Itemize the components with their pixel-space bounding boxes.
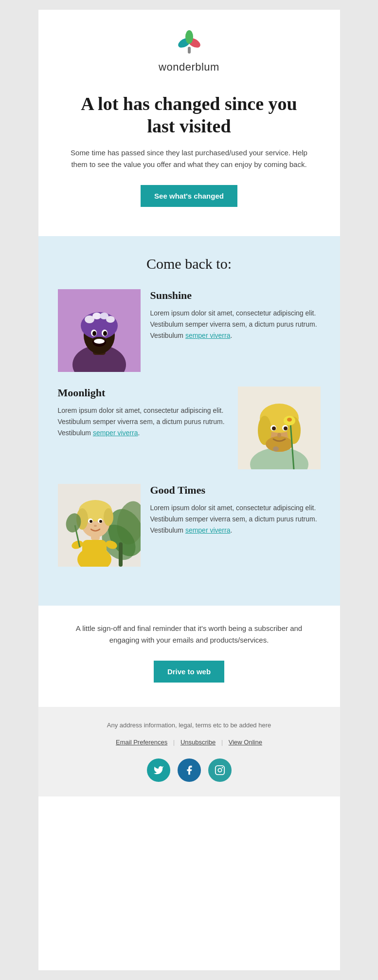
- svg-point-20: [94, 339, 105, 344]
- svg-point-2: [185, 30, 193, 44]
- svg-point-37: [287, 418, 292, 422]
- svg-point-58: [94, 525, 97, 527]
- footer-separator-2: |: [221, 739, 223, 746]
- come-back-section: Come back to:: [38, 236, 340, 606]
- svg-rect-44: [119, 542, 123, 567]
- svg-point-29: [266, 436, 293, 452]
- moonlight-image: [238, 387, 321, 469]
- good-times-title: Good Times: [150, 484, 321, 497]
- facebook-button[interactable]: [178, 758, 201, 782]
- hero-section: A lot has changed since you last visited…: [38, 88, 340, 222]
- svg-rect-61: [215, 766, 224, 775]
- signoff-section: A little sign-off and final reminder tha…: [38, 606, 340, 687]
- footer-separator-1: |: [173, 739, 175, 746]
- feature-row-moonlight: Moonlight Lorem ipsum dolor sit amet, co…: [58, 387, 321, 469]
- moonlight-title: Moonlight: [58, 387, 228, 399]
- good-times-link[interactable]: semper viverra: [185, 526, 231, 534]
- svg-point-17: [103, 331, 107, 336]
- instagram-button[interactable]: [208, 758, 232, 782]
- come-back-title: Come back to:: [58, 256, 321, 272]
- svg-point-34: [277, 433, 281, 438]
- svg-point-62: [218, 769, 221, 772]
- sunshine-title: Sunshine: [150, 289, 321, 302]
- svg-point-38: [273, 446, 279, 451]
- footer-address: Any address information, legal, terms et…: [58, 721, 321, 729]
- view-online-link[interactable]: View Online: [229, 739, 262, 746]
- feature-row-sunshine: Sunshine Lorem ipsum dolor sit amet, con…: [58, 289, 321, 372]
- drive-to-web-button[interactable]: Drive to web: [154, 661, 224, 683]
- good-times-content: Good Times Lorem ipsum dolor sit amet, c…: [150, 484, 321, 536]
- feature-row-good-times: Good Times Lorem ipsum dolor sit amet, c…: [58, 484, 321, 567]
- twitter-icon: [153, 765, 164, 776]
- signoff-text: A little sign-off and final reminder tha…: [68, 623, 311, 646]
- footer-links: Email Preferences | Unsubscribe | View O…: [58, 738, 321, 746]
- good-times-image: [58, 484, 141, 567]
- good-times-body: Lorem ipsum dolor sit amet, consectetur …: [150, 502, 321, 536]
- email-footer: Any address information, legal, terms et…: [38, 707, 340, 796]
- social-icons-container: [58, 758, 321, 782]
- moonlight-content: Moonlight Lorem ipsum dolor sit amet, co…: [58, 387, 228, 439]
- svg-point-63: [221, 767, 223, 769]
- svg-point-16: [92, 331, 96, 336]
- email-header: wonderblum: [38, 10, 340, 88]
- unsubscribe-link[interactable]: Unsubscribe: [180, 739, 216, 746]
- moonlight-body: Lorem ipsum dolor sit amet, consectetur …: [58, 405, 228, 439]
- twitter-button[interactable]: [147, 758, 170, 782]
- svg-point-32: [272, 426, 276, 430]
- svg-point-57: [99, 520, 102, 523]
- brand-name: wonderblum: [58, 61, 321, 74]
- moonlight-link[interactable]: semper viverra: [93, 429, 138, 437]
- svg-rect-3: [188, 47, 191, 54]
- instagram-icon: [215, 765, 225, 776]
- sunshine-body: Lorem ipsum dolor sit amet, consectetur …: [150, 308, 321, 341]
- wonderblum-logo-icon: [175, 29, 204, 56]
- sunshine-link[interactable]: semper viverra: [185, 332, 231, 339]
- sunshine-content: Sunshine Lorem ipsum dolor sit amet, con…: [150, 289, 321, 341]
- svg-point-53: [104, 508, 113, 526]
- sunshine-image: [58, 289, 141, 372]
- svg-point-13: [106, 316, 115, 323]
- hero-body-text: Some time has passed since they last pur…: [68, 147, 311, 170]
- hero-title: A lot has changed since you last visited: [68, 93, 311, 137]
- email-container: wonderblum A lot has changed since you l…: [38, 10, 340, 970]
- svg-point-33: [284, 426, 288, 430]
- svg-point-56: [90, 520, 92, 523]
- email-preferences-link[interactable]: Email Preferences: [116, 739, 167, 746]
- svg-rect-46: [82, 540, 107, 562]
- facebook-icon: [184, 765, 195, 776]
- see-whats-changed-button[interactable]: See what's changed: [141, 185, 237, 207]
